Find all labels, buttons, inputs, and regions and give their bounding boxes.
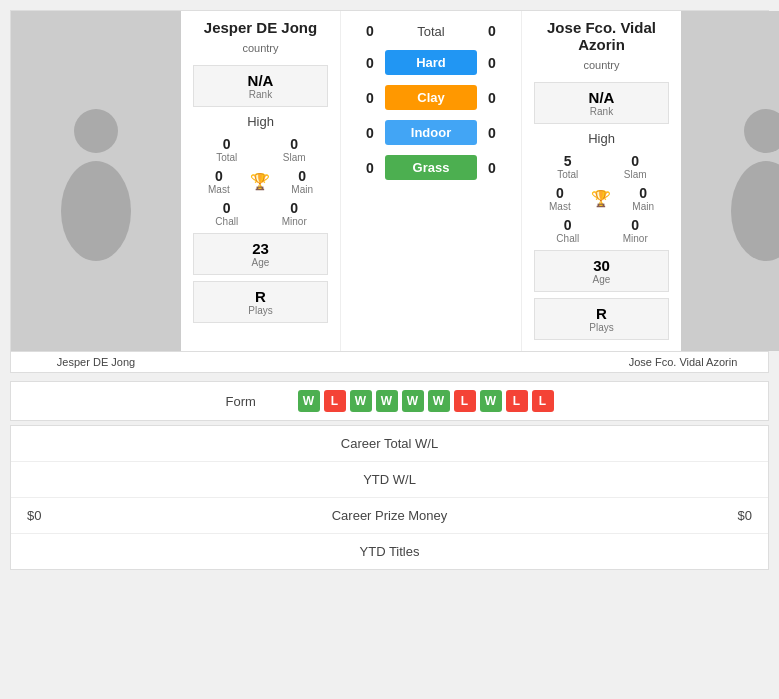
form-badge-6: L: [454, 390, 476, 412]
clay-button[interactable]: Clay: [385, 85, 477, 110]
indoor-row: 0 Indoor 0: [345, 117, 517, 148]
indoor-left-val: 0: [355, 125, 385, 141]
right-slam-label: Slam: [615, 169, 655, 180]
left-stats-row1: 0 Total 0 Slam: [193, 136, 328, 163]
bottom-row-left-2: $0: [27, 508, 269, 523]
right-mast-value: 0: [540, 185, 580, 201]
left-age-value: 23: [204, 240, 317, 257]
left-main-label: Main: [282, 184, 322, 195]
right-age-value: 30: [545, 257, 658, 274]
left-rank-label: Rank: [204, 89, 317, 100]
left-rank-panel: N/A Rank: [193, 65, 328, 107]
total-label: Total: [385, 24, 477, 39]
left-mast-col: 0 Mast: [199, 168, 239, 195]
left-age-panel: 23 Age: [193, 233, 328, 275]
left-chall-value: 0: [207, 200, 247, 216]
total-row: 0 Total 0: [345, 19, 517, 43]
right-stats-row3: 0 Chall 0 Minor: [534, 217, 669, 244]
svg-point-1: [61, 161, 131, 261]
left-mast-label: Mast: [199, 184, 239, 195]
right-chall-col: 0 Chall: [548, 217, 588, 244]
bottom-row-label-3: YTD Titles: [269, 544, 511, 559]
bottom-section: Career Total W/LYTD W/L$0Career Prize Mo…: [10, 425, 769, 570]
svg-point-2: [744, 109, 779, 153]
total-right-val: 0: [477, 23, 507, 39]
right-stats-row1: 5 Total 0 Slam: [534, 153, 669, 180]
form-badge-3: W: [376, 390, 398, 412]
left-player-photo: [11, 11, 181, 351]
right-plays-value: R: [545, 305, 658, 322]
clay-row: 0 Clay 0: [345, 82, 517, 113]
right-country: country: [534, 59, 669, 71]
grass-right-val: 0: [477, 160, 507, 176]
left-plays-label: Plays: [204, 305, 317, 316]
main-container: Jesper DE Jong country N/A Rank High 0 T…: [0, 0, 779, 584]
form-badge-9: L: [532, 390, 554, 412]
form-badge-0: W: [298, 390, 320, 412]
grass-row: 0 Grass 0: [345, 152, 517, 183]
right-plays-panel: R Plays: [534, 298, 669, 340]
indoor-right-val: 0: [477, 125, 507, 141]
right-total-label: Total: [548, 169, 588, 180]
left-plays-value: R: [204, 288, 317, 305]
right-mast-label: Mast: [540, 201, 580, 212]
right-main-value: 0: [623, 185, 663, 201]
left-total-label: Total: [207, 152, 247, 163]
right-main-col: 0 Main: [623, 185, 663, 212]
left-total-value: 0: [207, 136, 247, 152]
left-player-name: Jesper DE Jong: [193, 19, 328, 36]
left-trophy-row: 0 Mast 🏆 0 Main: [193, 168, 328, 195]
bottom-row-1: YTD W/L: [11, 462, 768, 498]
form-badge-2: W: [350, 390, 372, 412]
svg-point-3: [731, 161, 779, 261]
hard-left-val: 0: [355, 55, 385, 71]
hard-button[interactable]: Hard: [385, 50, 477, 75]
right-minor-label: Minor: [615, 233, 655, 244]
grass-left-val: 0: [355, 160, 385, 176]
left-country: country: [193, 42, 328, 54]
right-slam-value: 0: [615, 153, 655, 169]
left-player-info: Jesper DE Jong country N/A Rank High 0 T…: [181, 11, 341, 351]
left-minor-value: 0: [274, 200, 314, 216]
bottom-row-right-2: $0: [510, 508, 752, 523]
right-name-below: Jose Fco. Vidal Azorin: [598, 352, 768, 372]
left-rank-value: N/A: [204, 72, 317, 89]
form-badge-8: L: [506, 390, 528, 412]
left-name-below: Jesper DE Jong: [11, 352, 181, 372]
left-slam-label: Slam: [274, 152, 314, 163]
left-chall-label: Chall: [207, 216, 247, 227]
left-minor-label: Minor: [274, 216, 314, 227]
right-age-panel: 30 Age: [534, 250, 669, 292]
total-left-val: 0: [355, 23, 385, 39]
bottom-row-label-1: YTD W/L: [269, 472, 511, 487]
left-total-col: 0 Total: [207, 136, 247, 163]
bottom-row-label-0: Career Total W/L: [269, 436, 511, 451]
form-badge-4: W: [402, 390, 424, 412]
bottom-row-label-2: Career Prize Money: [269, 508, 511, 523]
left-slam-col: 0 Slam: [274, 136, 314, 163]
right-slam-col: 0 Slam: [615, 153, 655, 180]
form-badges: WLWWWWLWLL: [298, 390, 554, 412]
right-mast-col: 0 Mast: [540, 185, 580, 212]
right-age-label: Age: [545, 274, 658, 285]
right-player-photo: [681, 11, 779, 351]
right-main-label: Main: [623, 201, 663, 212]
left-main-col: 0 Main: [282, 168, 322, 195]
grass-button[interactable]: Grass: [385, 155, 477, 180]
right-chall-label: Chall: [548, 233, 588, 244]
form-label: Form: [226, 394, 286, 409]
left-mast-value: 0: [199, 168, 239, 184]
left-slam-value: 0: [274, 136, 314, 152]
right-high: High: [534, 127, 669, 150]
form-badge-7: W: [480, 390, 502, 412]
right-rank-panel: N/A Rank: [534, 82, 669, 124]
bottom-row-2: $0Career Prize Money$0: [11, 498, 768, 534]
form-row: Form WLWWWWLWLL: [10, 381, 769, 421]
hard-right-val: 0: [477, 55, 507, 71]
right-rank-value: N/A: [545, 89, 658, 106]
left-trophy-icon: 🏆: [250, 172, 270, 191]
right-total-col: 5 Total: [548, 153, 588, 180]
left-age-label: Age: [204, 257, 317, 268]
indoor-button[interactable]: Indoor: [385, 120, 477, 145]
right-trophy-icon: 🏆: [591, 189, 611, 208]
